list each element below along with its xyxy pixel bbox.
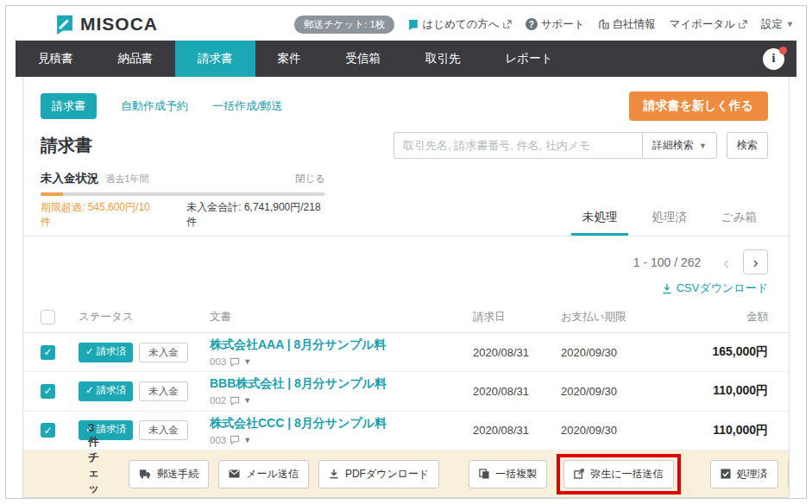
new-invoice-button[interactable]: 請求書を新しく作る (629, 91, 768, 121)
chevron-down-icon: ▼ (699, 142, 707, 150)
company-info-link[interactable]: 自社情報 (599, 17, 656, 32)
select-all-checkbox[interactable] (41, 310, 55, 324)
bulk-action-bar: 3件チェック済 郵送手続 メール送信 PDFダウンロード (23, 450, 789, 497)
unpaid-summary: 未入金状況 過去1年間 閉じる 期限超過: 545,600円/10件 未入金合計… (41, 171, 325, 236)
question-icon: ? (526, 18, 538, 30)
unpaid-total-amount: 未入金合計: 6,741,900円/218件 (186, 200, 325, 230)
row-checkbox[interactable]: ✓ (41, 423, 55, 438)
subtab-bulk-create[interactable]: 一括作成/郵送 (212, 98, 283, 114)
main-nav: 見積書 納品書 請求書 案件 受信箱 取引先 レポート i (16, 41, 796, 77)
chevron-down-icon: ▼ (243, 396, 251, 405)
truck-icon (139, 469, 151, 479)
mail-ticket-badge: 郵送チケット: 1枚 (294, 16, 394, 34)
table-header: ステータス 文書 請求日 お支払い期限 金額 (23, 310, 789, 333)
header-links: 郵送チケット: 1枚 はじめての方へ ? サポート 自社情報 (294, 16, 794, 34)
search-input[interactable] (393, 132, 642, 159)
search-button[interactable]: 検索 (727, 132, 768, 159)
comment-icon (230, 357, 240, 367)
app-window: misoca 郵送チケット: 1枚 はじめての方へ ? サポート (5, 5, 807, 499)
status-badge-unpaid: 未入金 (139, 381, 188, 401)
bulk-copy-button[interactable]: 一括複製 (469, 460, 547, 488)
my-portal-link[interactable]: マイポータル (670, 17, 747, 32)
check-square-icon (721, 469, 731, 479)
yayoi-bulk-send-button[interactable]: 弥生に一括送信 (563, 460, 673, 488)
nav-item-projects[interactable]: 案件 (255, 41, 324, 77)
send-email-button[interactable]: メール送信 (218, 460, 309, 488)
misoca-logo[interactable]: misoca (55, 14, 158, 35)
building-icon (599, 19, 609, 29)
row-checkbox[interactable]: ✓ (41, 384, 55, 399)
col-amount: 金額 (671, 310, 768, 324)
subtab-auto-create[interactable]: 自動作成予約 (121, 98, 188, 114)
document-number-dropdown[interactable]: 003 ▼ (210, 435, 473, 445)
pdf-download-button[interactable]: PDFダウンロード (318, 460, 439, 488)
csv-download-link[interactable]: CSVダウンロード (662, 280, 768, 296)
next-page-button[interactable]: › (743, 249, 768, 274)
chevron-down-icon: ▼ (243, 436, 251, 444)
tab-trash[interactable]: ごみ箱 (710, 203, 768, 236)
unpaid-period: 過去1年間 (106, 173, 149, 186)
invoice-date: 2020/08/31 (473, 385, 561, 398)
col-invoice-date: 請求日 (473, 310, 561, 324)
comment-icon (230, 435, 240, 444)
external-link-icon (503, 20, 512, 28)
title-row: 請求書 詳細検索 ▼ 検索 (23, 132, 789, 159)
mail-icon (229, 469, 240, 478)
invoice-date: 2020/08/31 (473, 424, 561, 437)
document-number-dropdown[interactable]: 002 ▼ (210, 395, 473, 406)
table-row: ✓ ✓ 請求済 未入金 株式会社AAA | 8月分サンプル料 003 ▼ 202… (23, 333, 789, 372)
status-badge-unpaid: 未入金 (139, 420, 188, 440)
row-checkbox[interactable]: ✓ (41, 345, 55, 360)
nav-item-invoices[interactable]: 請求書 (175, 41, 255, 77)
subtab-invoices[interactable]: 請求書 (41, 93, 97, 119)
logo-wordmark: misoca (80, 14, 158, 35)
due-date: 2020/09/30 (561, 424, 671, 437)
page-range: 1 - 100 / 262 (633, 255, 702, 269)
status-badge-sent: ✓ 請求済 (79, 343, 133, 362)
document-title-link[interactable]: 株式会社AAA | 8月分サンプル料 (210, 337, 473, 353)
misoca-mark-icon (408, 19, 419, 30)
csv-row: CSVダウンロード (23, 280, 789, 296)
status-tabs: 未処理 処理済 ごみ箱 (571, 203, 768, 236)
settings-menu[interactable]: 設定 ▼ (761, 17, 794, 32)
col-status: ステータス (79, 310, 210, 324)
copy-icon (479, 469, 489, 479)
subtab-row: 請求書 自動作成予約 一括作成/郵送 請求書を新しく作る (23, 91, 789, 121)
nav-item-quotes[interactable]: 見積書 (16, 41, 96, 77)
annotation-highlight-box: 弥生に一括送信 (557, 454, 680, 495)
download-icon (662, 283, 672, 294)
nav-item-clients[interactable]: 取引先 (403, 41, 483, 77)
amount: 165,000円 (671, 344, 768, 360)
download-icon (329, 469, 339, 479)
invoice-date: 2020/08/31 (473, 346, 561, 359)
tab-pending[interactable]: 未処理 (571, 203, 629, 236)
due-date: 2020/09/30 (561, 385, 671, 398)
misoca-logo-icon (55, 14, 74, 35)
mark-processed-button[interactable]: 処理済 (710, 460, 778, 488)
status-badge-unpaid: 未入金 (139, 343, 188, 362)
notification-dot (779, 47, 787, 54)
external-link-icon (739, 20, 747, 28)
nav-item-reports[interactable]: レポート (483, 41, 576, 77)
status-badge-sent: ✓ 請求済 (79, 381, 133, 401)
trash-button[interactable]: ごみ箱 (788, 460, 790, 488)
document-number-dropdown[interactable]: 003 ▼ (210, 356, 473, 367)
support-link[interactable]: ? サポート (526, 17, 585, 32)
nav-item-inbox[interactable]: 受信箱 (324, 41, 404, 77)
unpaid-close-link[interactable]: 閉じる (295, 173, 325, 186)
unpaid-progress-bar (41, 192, 325, 196)
comment-icon (230, 396, 240, 406)
beginners-link[interactable]: はじめての方へ (408, 17, 511, 32)
mail-procedure-button[interactable]: 郵送手続 (129, 460, 209, 488)
info-notification-icon[interactable]: i (763, 48, 784, 70)
amount: 110,000円 (671, 383, 768, 399)
table-row: ✓ ✓ 請求済 未入金 BBB株式会社 | 8月分サンプル料 002 ▼ 202… (23, 372, 789, 411)
advanced-search-button[interactable]: 詳細検索 ▼ (642, 132, 717, 159)
document-title-link[interactable]: 株式会社CCC | 8月分サンプル料 (210, 416, 473, 432)
overdue-amount: 期限超過: 545,600円/10件 (41, 200, 155, 230)
nav-item-delivery-slips[interactable]: 納品書 (96, 41, 176, 77)
prev-page-button[interactable]: ‹ (718, 254, 734, 271)
due-date: 2020/09/30 (561, 346, 671, 359)
tab-processed[interactable]: 処理済 (640, 203, 698, 236)
document-title-link[interactable]: BBB株式会社 | 8月分サンプル料 (210, 376, 473, 392)
